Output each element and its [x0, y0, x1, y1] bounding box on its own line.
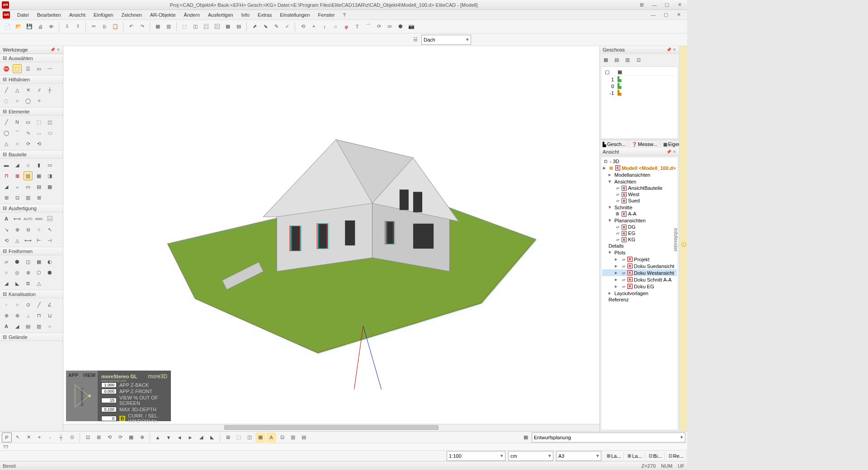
level-1[interactable]: 1▙ — [603, 76, 676, 83]
redo-button[interactable]: ↷ — [137, 22, 147, 32]
af-12[interactable]: △ — [13, 236, 22, 245]
print-preview-button[interactable]: 👁 — [46, 22, 56, 32]
tb-13[interactable]: ⟲ — [298, 22, 308, 32]
bt-17[interactable]: ⊡ — [13, 193, 22, 202]
section-freiformen[interactable]: ⊟Freiformen — [0, 247, 63, 255]
af-7[interactable]: ⊕ — [13, 225, 22, 234]
tb-14[interactable]: ⌖ — [309, 22, 319, 32]
kn-9[interactable]: ⊓ — [34, 311, 43, 320]
af-10[interactable]: ↖ — [45, 225, 54, 234]
ff-6[interactable]: ○ — [2, 268, 11, 277]
section-bauteile[interactable]: ⊟Bauteile — [0, 150, 63, 159]
maximize-button[interactable]: ▢ — [661, 1, 673, 9]
menu-info[interactable]: Info — [238, 11, 253, 19]
menu-einfuegen[interactable]: Einfügen — [90, 11, 117, 19]
select-poly-tool[interactable]: 〰 — [45, 64, 54, 73]
hline-3[interactable]: ✕ — [24, 85, 33, 94]
el-11[interactable]: ○ — [13, 139, 22, 148]
pin-icon-2[interactable]: 📌 ✕ — [666, 47, 676, 52]
btb-8[interactable]: ⊞ — [94, 432, 104, 442]
node-details[interactable]: Details — [602, 243, 677, 249]
af-text[interactable]: A — [2, 214, 11, 223]
ff-3[interactable]: ◫ — [24, 257, 33, 266]
bt-beam[interactable]: ▭ — [45, 160, 54, 169]
mdi-restore[interactable]: ▢ — [660, 11, 672, 19]
gs-tb4[interactable]: ⊡ — [634, 55, 643, 64]
tb-1[interactable]: ▦ — [153, 22, 163, 32]
tb-3[interactable]: ⬚ — [179, 22, 189, 32]
node-layoutvorlagen[interactable]: ▸Layoutvorlagen — [602, 290, 677, 296]
section-hilfslinien[interactable]: ⊟Hilfslinien — [0, 75, 63, 84]
btb-9[interactable]: ⟲ — [104, 432, 114, 442]
section-ausfertigung[interactable]: ⊟Ausfertigung — [0, 204, 63, 212]
node-3d[interactable]: ⊡- 3D — [602, 158, 677, 164]
kn-14[interactable]: ▥ — [34, 322, 43, 331]
kn-5[interactable]: ∠ — [45, 300, 54, 309]
tb-19[interactable]: ⌒ — [363, 22, 373, 32]
node-ansichten[interactable]: ▾Ansichten — [602, 178, 677, 185]
btb-21[interactable]: ◫ — [245, 432, 255, 442]
af-4[interactable]: MAN — [34, 214, 43, 223]
tb-4[interactable]: ◫ — [190, 22, 200, 32]
format-combo[interactable]: A3▾ — [556, 451, 601, 461]
help-button[interactable]: ⊞ — [636, 1, 647, 9]
phase-icon[interactable]: ▦ — [521, 432, 531, 442]
tb-11[interactable]: ✎ — [271, 22, 281, 32]
tb-20[interactable]: ⟳ — [374, 22, 384, 32]
menu-arobjekte[interactable]: AR-Objekte — [146, 11, 179, 19]
ff-2[interactable]: ⬢ — [13, 257, 22, 266]
el-box[interactable]: ◫ — [45, 118, 54, 127]
menu-extras[interactable]: Extras — [254, 11, 275, 19]
node-plots[interactable]: ▾Plots — [602, 249, 677, 256]
btb-19[interactable]: ⊞ — [223, 432, 233, 442]
tb-21[interactable]: 3D — [385, 22, 395, 32]
menu-fenster[interactable]: Fenster — [314, 11, 338, 19]
tb-2[interactable]: ▥ — [164, 22, 174, 32]
bt-16[interactable]: ⊞ — [2, 193, 11, 202]
ff-4[interactable]: ▦ — [34, 257, 43, 266]
kn-1[interactable]: ◦ — [2, 300, 11, 309]
info-strip[interactable]: ⓘ Infofenster — [679, 46, 687, 431]
bt-stair[interactable]: ◢ — [2, 182, 11, 191]
af-auto[interactable]: AUTO — [24, 214, 33, 223]
cut-button[interactable]: ✂ — [89, 22, 99, 32]
bt-13[interactable]: ▭ — [24, 182, 33, 191]
import-button[interactable]: ⇩ — [62, 22, 72, 32]
export-button[interactable]: ⇪ — [73, 22, 83, 32]
hline-8[interactable]: ◯ — [24, 96, 33, 105]
app-menu-icon[interactable]: AR — [3, 11, 10, 19]
btb-3[interactable]: ⌖ — [34, 432, 44, 442]
select-obj-tool[interactable]: ▭ — [34, 64, 43, 73]
command-line[interactable]: ?? — [0, 443, 687, 450]
btb-7[interactable]: ⊡ — [83, 432, 93, 442]
bt-opening[interactable]: ▥ — [24, 171, 33, 180]
btb-16[interactable]: ► — [185, 432, 195, 442]
layer-combo[interactable]: Dach ▾ — [421, 35, 471, 45]
menu-zeichnen[interactable]: Zeichnen — [118, 11, 145, 19]
btb-12[interactable]: ⊕ — [137, 432, 147, 442]
bt-wall[interactable]: ▬ — [2, 160, 11, 169]
btb-1[interactable]: ↖ — [13, 432, 23, 442]
stab-1[interactable]: ⊞La... — [604, 452, 624, 460]
horizontal-scrollbar[interactable] — [63, 424, 599, 431]
menu-bearbeiten[interactable]: Bearbeiten — [33, 11, 65, 19]
af-6[interactable]: ↘ — [2, 225, 11, 234]
ff-8[interactable]: ⊗ — [24, 268, 33, 277]
btb-4[interactable]: ◦ — [45, 432, 55, 442]
btb-18[interactable]: ◣ — [207, 432, 217, 442]
ff-12[interactable]: ◣ — [13, 279, 22, 288]
bt-calc[interactable]: ⊞ — [34, 193, 43, 202]
node-west[interactable]: ▱EWest — [602, 191, 677, 197]
tb-9[interactable]: ⬈ — [250, 22, 259, 32]
kn-7[interactable]: ⊗ — [13, 311, 22, 320]
bt-14[interactable]: ▤ — [34, 182, 43, 191]
paste-button[interactable]: 📋 — [110, 22, 120, 32]
level-0[interactable]: 0▙ — [603, 83, 676, 89]
bt-15[interactable]: ▦ — [45, 182, 54, 191]
af-5[interactable]: ⿳ — [45, 214, 54, 223]
menu-aendern[interactable]: Ändern — [180, 11, 203, 19]
menu-ausfertigen[interactable]: Ausfertigen — [204, 11, 237, 19]
tb-7[interactable]: ▦ — [223, 22, 233, 32]
open-button[interactable]: 📂 — [14, 22, 24, 32]
tb-6[interactable]: ⿵ — [212, 22, 222, 32]
